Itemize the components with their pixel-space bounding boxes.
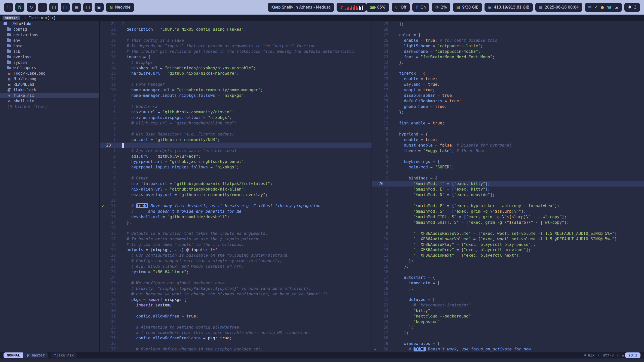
left-code-line[interactable]: 12 # and doesn't provide any benefits fo… xyxy=(100,209,372,214)
left-code-line[interactable]: 23 system = "x86_64-linux"; xyxy=(100,269,372,275)
right-code-line[interactable]: 12 ", XF86AudioPrev" = ["exec, playerctl… xyxy=(372,247,644,253)
right-code-line[interactable]: 7 "$mainMod SHIFT, S" = ["exec, grim -g … xyxy=(372,220,644,225)
media-visualizer-pill[interactable]: ♪ xyxy=(337,3,366,12)
right-code-line[interactable]: 11 fish.enable = true; xyxy=(372,120,644,126)
right-code-line[interactable]: 18 immediate = [ xyxy=(372,280,644,286)
workspace-window-icon[interactable]: □ xyxy=(38,3,47,12)
workspace-window-icon[interactable]: □ xyxy=(49,3,58,12)
right-code-line[interactable]: 29 }; xyxy=(372,21,644,27)
workspace-refresh-icon[interactable]: ↻ xyxy=(27,3,36,12)
tree-item-derivations[interactable]: derivations xyxy=(0,32,99,38)
right-code-line[interactable]: 20 firefox = { xyxy=(372,71,644,76)
active-app-pill[interactable]: N Neovide xyxy=(106,3,134,12)
left-code-line[interactable]: 19 # This config is a Flake. xyxy=(100,38,372,43)
right-code-line[interactable]: 26 enable = true; # You can't disable th… xyxy=(372,38,644,43)
command-line[interactable] xyxy=(0,358,644,362)
left-code-line[interactable]: 14 }; xyxy=(100,220,372,225)
right-code-line[interactable]: 25 "keepassxc" xyxy=(372,319,644,325)
tree-item-home[interactable]: home xyxy=(0,43,99,49)
tree-item-system[interactable]: system xyxy=(0,60,99,65)
right-code-line[interactable]: ✔30 # TODO Doesn't work, use focus_on_ac… xyxy=(372,346,644,352)
left-code-line[interactable]: ✔11 # TODO Move away from devshell, as i… xyxy=(100,203,372,209)
right-code-line[interactable]: 14 gnomeTheme = true; xyxy=(372,104,644,109)
right-code-line[interactable]: 3 xyxy=(372,198,644,203)
right-code-line[interactable]: 8 xyxy=(372,225,644,231)
left-code-line[interactable]: 26 # Usually, "nixpkgs.legacyPackages.${… xyxy=(100,286,372,291)
phone-icon[interactable]: ☎ xyxy=(607,5,612,10)
left-code-line[interactable]: 2 ags.url = "github:Aylur/ags"; xyxy=(100,154,372,159)
left-code-line[interactable]: 23 xyxy=(100,143,372,148)
right-code-line[interactable]: 25 lightScheme = "catppuccin-latte"; xyxy=(372,43,644,49)
left-code-line[interactable]: 5 nixvim.inputs.nixpkgs.follows = "nixpk… xyxy=(100,115,372,120)
left-code-line[interactable]: 18 # It gives the name "inputs" to the .… xyxy=(100,242,372,247)
disk-module[interactable]: ▣ 413.19/915.81 GiB xyxy=(485,3,533,12)
right-code-line[interactable]: 29 windowrules = [ xyxy=(372,341,644,346)
right-code-line[interactable]: 15 defaultBookmarks = true; xyxy=(372,98,644,104)
right-code-line[interactable]: 1 bindings = { xyxy=(372,175,644,181)
tree-item-config[interactable]: config xyxy=(0,27,99,32)
right-code-line[interactable]: 2 "$mainMod, N" = ["exec, neovide"]; xyxy=(372,192,644,198)
right-code-line[interactable]: 15 }; xyxy=(372,264,644,269)
left-code-line[interactable]: 36 xyxy=(100,341,372,346)
workspace-window-icon[interactable]: □ xyxy=(61,3,70,12)
left-code-line[interactable]: 17 # The inputs' git revisions get locke… xyxy=(100,49,372,54)
workspace-neovide-icon[interactable]: N xyxy=(15,3,24,12)
left-code-line[interactable]: 24 xyxy=(100,275,372,280)
left-code-line[interactable]: 21 description = "ChUrl's NixOS config u… xyxy=(100,27,372,32)
left-code-line[interactable]: 16 # Outputs is a function that takes th… xyxy=(100,231,372,236)
right-code-line[interactable]: 4 keybindings = { xyxy=(372,159,644,164)
left-code-line[interactable]: 6 # Other xyxy=(100,175,372,181)
right-code-line[interactable]: 2 xyxy=(372,170,644,175)
left-code-line[interactable]: 37 # Overlays define changes in the nixp… xyxy=(100,346,372,352)
right-code-line[interactable]: 23 font = "JetBrainsMono Nerd Font Mono"… xyxy=(372,54,644,60)
left-code-line[interactable]: 1 nur.url = "github:nix-community/NUR"; xyxy=(100,137,372,143)
left-code-line[interactable]: 10 home-manager.url = "github:nix-commun… xyxy=(100,87,372,93)
left-code-line[interactable]: 9 home-manager.inputs.nixpkgs.follows = … xyxy=(100,93,372,98)
right-code-line[interactable]: 26 ]; xyxy=(372,325,644,330)
right-code-line[interactable]: 8 enable = true; xyxy=(372,137,644,143)
left-code-line[interactable]: 33 # Alternative to setting config.allow… xyxy=(100,325,372,330)
right-code-line[interactable]: 13 }; xyxy=(372,109,644,115)
tree-item-env[interactable]: env xyxy=(0,38,99,43)
right-code-line[interactable]: 18 wayland = true; xyxy=(372,82,644,87)
tree-item-lib[interactable]: lib xyxy=(0,49,99,54)
left-code-line[interactable]: 8 xyxy=(100,98,372,104)
right-code-line[interactable]: 12 xyxy=(372,115,644,120)
git-branch[interactable]: master xyxy=(23,352,48,358)
right-code-line[interactable]: 76 "$mainMod, T" = ["exec, kitty"]; xyxy=(372,181,644,187)
right-code-line[interactable]: 11 ", XF86AudioPlay" = ["exec, playerctl… xyxy=(372,242,644,247)
left-code-line[interactable]: 15 # Nixpkgs xyxy=(100,60,372,65)
right-code-line[interactable]: 17 autostart = { xyxy=(372,275,644,280)
left-code-line[interactable]: 1 # Ags for widgets (this was a terrible… xyxy=(100,148,372,154)
left-code-line[interactable]: 32 xyxy=(100,319,372,325)
left-code-line[interactable]: 27 # but because we want to change the n… xyxy=(100,291,372,297)
left-code-line[interactable]: 20 # Our configuration is buildable on t… xyxy=(100,253,372,258)
right-code-line[interactable]: 17 vaapi = true; xyxy=(372,87,644,93)
notifications-module[interactable]: 3 xyxy=(624,3,640,12)
left-code-line[interactable]: 5 xyxy=(100,170,372,175)
right-code-line[interactable]: 19 enable = true; xyxy=(372,76,644,82)
right-code-line[interactable]: 5 xyxy=(372,154,644,159)
mail-icon[interactable]: ✉ xyxy=(588,5,592,10)
left-code-line[interactable]: 19 outputs = {nixpkgs, ...} @ inputs: le… xyxy=(100,247,372,253)
tree-item-shell-nix[interactable]: ❄shell.nix xyxy=(0,98,99,104)
left-code-line[interactable]: 17 # To handle extra arguments we use th… xyxy=(100,236,372,242)
left-code-line[interactable]: 10 xyxy=(100,198,372,203)
memory-module[interactable]: ▤ 9/30 GiB xyxy=(453,3,482,12)
right-code-line[interactable]: 28 xyxy=(372,335,644,341)
system-tray[interactable]: ✉✔●☎☁ xyxy=(585,3,622,12)
tree-item-readme-md[interactable]: ▤README.md xyxy=(0,82,99,87)
right-code-line[interactable]: 14 }; xyxy=(372,258,644,264)
left-code-line[interactable]: 4 # blink-cmp.url = "github:saghen/blink… xyxy=(100,120,372,126)
right-code-line[interactable]: 22 # "kdeconnect-indicator" xyxy=(372,302,644,308)
dot-icon[interactable]: ● xyxy=(601,5,604,10)
right-code-line[interactable]: 13 ", XF86AudioNext" = ["exec, playerctl… xyxy=(372,253,644,258)
workspace-grid-icon[interactable]: ▦ xyxy=(72,3,81,12)
left-code-line[interactable]: 22{ xyxy=(100,21,372,27)
tree-item-wallpapers[interactable]: wallpapers xyxy=(0,65,99,71)
right-code-line[interactable]: 27 color = { xyxy=(372,32,644,38)
right-code-line[interactable]: 21 xyxy=(372,65,644,71)
buffer-tab[interactable]: 1 flake.nix[2+] xyxy=(24,16,56,20)
media-title-pill[interactable]: Keep Shelly In Athens - Medusa xyxy=(268,3,334,12)
tree-item--nixflake[interactable]: ~/NixFlake xyxy=(0,21,99,27)
